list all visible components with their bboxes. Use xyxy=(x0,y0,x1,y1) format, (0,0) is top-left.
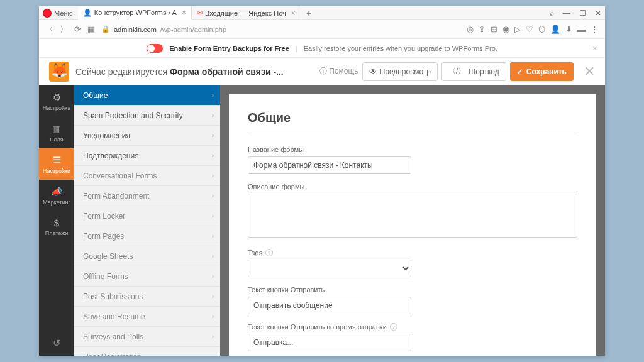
ext-icon[interactable]: ◎ xyxy=(467,25,474,34)
form-desc-input[interactable] xyxy=(248,194,577,238)
url-path: /wp-admin/admin.php xyxy=(160,26,226,33)
help-icon[interactable]: ? xyxy=(390,323,397,331)
browser-tab-0[interactable]: 👤 Конструктор WPForms ‹ A × xyxy=(78,6,192,20)
rail-marketing[interactable]: 📣Маркетинг xyxy=(39,180,74,211)
save-button[interactable]: ✓ Сохранить xyxy=(510,62,574,81)
form-name-label: Название формы xyxy=(248,146,577,153)
chevron-right-icon: › xyxy=(212,293,214,300)
sidebar-item-surveys[interactable]: Surveys and Polls› xyxy=(74,327,220,347)
menu-icon[interactable]: ⋮ xyxy=(591,25,599,34)
toggle-switch[interactable] xyxy=(147,44,163,53)
search-icon[interactable]: ⌕ xyxy=(550,9,554,18)
sidebar-item-sheets[interactable]: Google Sheets› xyxy=(74,246,220,266)
notice-bar: Enable Form Entry Backups for Free | Eas… xyxy=(39,39,605,58)
chevron-right-icon: › xyxy=(212,273,214,280)
browser-tab-1[interactable]: ✉ Входящие — Яндекс Поч × xyxy=(192,6,301,20)
help-link[interactable]: ⓘ Помощь xyxy=(319,66,358,77)
chevron-right-icon: › xyxy=(212,333,214,340)
minimize-icon[interactable]: — xyxy=(563,9,570,18)
chevron-right-icon: › xyxy=(212,212,214,219)
download-icon[interactable]: ⬇ xyxy=(565,25,572,34)
chevron-right-icon: › xyxy=(212,92,214,99)
sidebar-item-general[interactable]: Общие› xyxy=(74,85,220,106)
close-icon[interactable]: × xyxy=(182,8,186,17)
chevron-right-icon: › xyxy=(212,172,214,179)
sidebar-item-pages[interactable]: Form Pages› xyxy=(74,226,220,246)
tab-title: Входящие — Яндекс Поч xyxy=(205,9,286,17)
submit-text-label: Текст кнопки Отправить xyxy=(248,286,577,293)
close-window-icon[interactable]: ✕ xyxy=(595,9,601,18)
tab-title: Конструктор WPForms ‹ A xyxy=(94,9,177,16)
sidebar-item-abandonment[interactable]: Form Abandonment› xyxy=(74,186,220,206)
rail-settings[interactable]: ☰Настройки xyxy=(39,148,74,180)
rail-setup[interactable]: ⚙Настройка xyxy=(39,85,74,117)
ext-icon[interactable]: ⇪ xyxy=(479,25,486,34)
rail-fields[interactable]: ▥Поля xyxy=(39,117,74,148)
shortcode-button[interactable]: 〈/〉 Шорткод xyxy=(441,62,506,81)
panel-heading: Общие xyxy=(248,111,577,134)
apps-icon[interactable]: ▦ xyxy=(87,25,95,34)
chevron-right-icon: › xyxy=(212,112,214,119)
ext-icon[interactable]: ▷ xyxy=(514,25,521,34)
ext-icon[interactable]: ▬ xyxy=(577,25,586,34)
help-icon[interactable]: ? xyxy=(265,249,273,256)
sidebar-item-spam[interactable]: Spam Protection and Security› xyxy=(74,106,220,126)
sidebar-item-registration[interactable]: User Registration› xyxy=(74,347,220,356)
reload-icon[interactable]: ⟳ xyxy=(74,25,81,34)
history-icon[interactable]: ↺ xyxy=(39,331,74,356)
preview-button[interactable]: 👁 Предпросмотр xyxy=(362,62,438,81)
browser-menu[interactable]: Меню xyxy=(54,9,73,17)
left-rail: ⚙Настройка ▥Поля ☰Настройки 📣Маркетинг $… xyxy=(39,85,74,356)
lock-icon: 🔒 xyxy=(101,25,110,33)
ext-icon[interactable]: ⬡ xyxy=(538,25,545,34)
chevron-right-icon: › xyxy=(212,253,214,260)
close-icon[interactable]: × xyxy=(592,43,597,53)
sidebar-item-post[interactable]: Post Submissions› xyxy=(74,287,220,307)
new-tab-button[interactable]: + xyxy=(301,8,316,18)
address-bar: 〈 〉 ⟳ ▦ 🔒 adminkin.com/wp-admin/admin.ph… xyxy=(39,20,605,39)
chevron-right-icon: › xyxy=(212,313,214,320)
sidebar-item-confirmations[interactable]: Подтверждения› xyxy=(74,146,220,166)
chevron-right-icon: › xyxy=(212,233,214,239)
ext-icon[interactable]: ◉ xyxy=(502,25,509,34)
submit-processing-input[interactable] xyxy=(248,334,411,351)
gear-icon: ⚙ xyxy=(53,92,61,103)
sidebar-item-offline[interactable]: Offline Forms› xyxy=(74,266,220,287)
dollar-icon: $ xyxy=(54,217,59,228)
chevron-right-icon: › xyxy=(212,353,214,356)
page-title: Сейчас редактируется Форма обратной связ… xyxy=(75,67,284,77)
ext-icon[interactable]: ♡ xyxy=(526,25,533,34)
ext-icon[interactable]: ⊞ xyxy=(491,25,497,34)
maximize-icon[interactable]: ☐ xyxy=(579,9,586,18)
form-desc-label: Описание формы xyxy=(248,183,577,190)
opera-logo-icon xyxy=(43,9,52,18)
submit-text-input[interactable] xyxy=(248,297,411,314)
rail-payments[interactable]: $Платежи xyxy=(39,211,74,243)
browser-window: Меню 👤 Конструктор WPForms ‹ A × ✉ Входя… xyxy=(39,6,605,356)
close-icon[interactable]: × xyxy=(291,9,296,18)
browser-tab-bar: Меню 👤 Конструктор WPForms ‹ A × ✉ Входя… xyxy=(39,6,605,20)
builder-body: ⚙Настройка ▥Поля ☰Настройки 📣Маркетинг $… xyxy=(39,85,605,356)
url-domain: adminkin.com xyxy=(114,26,157,33)
mail-icon: ✉ xyxy=(197,9,203,17)
sidebar-item-conversational[interactable]: Conversational Forms› xyxy=(74,166,220,186)
tags-select[interactable] xyxy=(248,260,411,277)
content-area: Общие Название формы Описание формы Tags… xyxy=(220,85,605,356)
person-icon: 👤 xyxy=(83,9,92,17)
form-name-input[interactable] xyxy=(248,156,411,174)
submit-processing-label: Текст кнопки Отправить во время отправки… xyxy=(248,323,577,331)
forward-icon[interactable]: 〉 xyxy=(60,24,68,35)
avatar-icon[interactable]: 👤 xyxy=(550,25,560,34)
megaphone-icon: 📣 xyxy=(51,186,63,197)
sidebar-item-locker[interactable]: Form Locker› xyxy=(74,206,220,226)
close-builder-icon[interactable]: ✕ xyxy=(584,63,595,80)
sidebar-item-save-resume[interactable]: Save and Resume› xyxy=(74,307,220,327)
back-icon[interactable]: 〈 xyxy=(45,24,53,35)
url-input[interactable]: 🔒 adminkin.com/wp-admin/admin.php xyxy=(101,25,460,33)
wpforms-logo-icon xyxy=(49,62,69,82)
settings-panel: Общие Название формы Описание формы Tags… xyxy=(229,94,596,356)
builder-header: Сейчас редактируется Форма обратной связ… xyxy=(39,58,605,85)
sidebar-item-notifications[interactable]: Уведомления› xyxy=(74,126,220,146)
notice-title: Enable Form Entry Backups for Free xyxy=(169,45,289,52)
chevron-right-icon: › xyxy=(212,152,214,159)
